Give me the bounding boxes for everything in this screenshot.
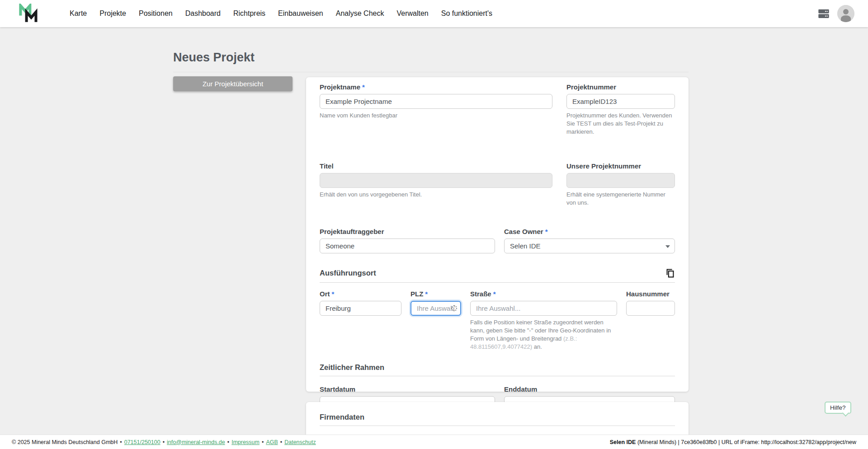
nav-item-projekte[interactable]: Projekte [93, 9, 132, 18]
back-to-project-overview-button[interactable]: Zur Projektübersicht [173, 76, 292, 91]
nav-item-analyse-check[interactable]: Analyse Check [330, 9, 391, 18]
copy-icon[interactable] [665, 268, 675, 278]
project-form-card: Projektname* Name vom Kunden festlegbar … [306, 77, 689, 392]
ort-label: Ort* [320, 290, 401, 298]
page-footer: © 2025 Mineral Minds Deutschland GmbH • … [0, 435, 868, 449]
firmendaten-heading: Firmendaten [320, 413, 364, 421]
page-title: Neues Projekt [173, 51, 689, 72]
ausfuehrungsort-section: Ausführungsort Ort* [320, 268, 675, 351]
top-navbar: Karte Projekte Positionen Dashboard Rich… [0, 0, 868, 27]
unsere-projektnummer-helper: Erhält eine systemgenerierte Nummer von … [566, 191, 675, 207]
projektauftraggeber-input[interactable] [320, 239, 495, 253]
nav-item-verwalten[interactable]: Verwalten [390, 9, 434, 18]
double-m-logo-icon [18, 4, 39, 23]
case-owner-selected-value: Selen IDE [510, 242, 541, 250]
firmendaten-card: Firmendaten [306, 402, 689, 435]
server-icon[interactable] [817, 7, 830, 20]
case-owner-select[interactable]: Selen IDE [504, 239, 675, 253]
navbar-right [817, 5, 854, 22]
nav-item-positionen[interactable]: Positionen [132, 9, 179, 18]
projektnummer-label: Projektnummer [566, 83, 675, 91]
help-button[interactable]: Hilfe? [825, 402, 851, 414]
nav-item-karte[interactable]: Karte [63, 9, 93, 18]
footer-phone-link[interactable]: 07151/250100 [124, 439, 160, 445]
chevron-down-icon [665, 245, 670, 248]
user-avatar-icon[interactable] [837, 5, 854, 22]
projektnummer-input[interactable] [566, 94, 675, 109]
footer-session-info: Selen IDE (Mineral Minds) | 7ce360e83fb0… [610, 439, 856, 445]
footer-user-name: Selen IDE [610, 439, 636, 445]
zeitlicher-rahmen-heading: Zeitlicher Rahmen [320, 363, 384, 372]
required-marker: * [362, 83, 365, 91]
required-marker: * [332, 290, 335, 298]
projektname-label: Projektname* [320, 83, 552, 91]
required-marker: * [493, 290, 496, 298]
titel-input [320, 173, 552, 188]
projektauftraggeber-label: Projektauftraggeber [320, 228, 495, 235]
nav-item-dashboard[interactable]: Dashboard [179, 9, 227, 18]
strasse-label: Straße* [470, 290, 617, 298]
strasse-helper: Falls die Position keiner Straße zugeord… [470, 318, 617, 351]
projektnummer-helper: Projektnummer des Kunden. Verwenden Sie … [566, 112, 675, 136]
main-nav: Karte Projekte Positionen Dashboard Rich… [63, 9, 499, 18]
projektname-helper: Name vom Kunden festlegbar [320, 112, 552, 120]
footer-left: © 2025 Mineral Minds Deutschland GmbH • … [12, 439, 316, 445]
footer-email-link[interactable]: info@mineral-minds.de [167, 439, 225, 445]
hausnummer-input[interactable] [626, 301, 675, 316]
case-owner-label: Case Owner* [504, 228, 675, 235]
nav-item-so-funktionierts[interactable]: So funktioniert's [435, 9, 499, 18]
unsere-projektnummer-label: Unsere Projektnummer [566, 162, 675, 170]
hausnummer-label: Hausnummer [626, 290, 675, 298]
titel-label: Titel [320, 162, 552, 170]
projektname-input[interactable] [320, 94, 552, 109]
unsere-projektnummer-input [566, 173, 675, 188]
ausfuehrungsort-heading: Ausführungsort [320, 269, 376, 277]
footer-session-details: (Mineral Minds) | 7ce360e83fb0 | URL of … [636, 439, 856, 445]
required-marker: * [545, 228, 548, 235]
strasse-input[interactable] [470, 301, 617, 316]
plz-label: PLZ* [410, 290, 461, 298]
footer-impressum-link[interactable]: Impressum [231, 439, 259, 445]
footer-datenschutz-link[interactable]: Datenschutz [284, 439, 316, 445]
loading-spinner-icon [451, 305, 457, 311]
footer-agb-link[interactable]: AGB [266, 439, 278, 445]
required-marker: * [425, 290, 428, 298]
titel-helper: Erhält den von uns vorgegebenen Titel. [320, 191, 552, 199]
enddatum-label: Enddatum [504, 385, 675, 393]
startdatum-label: Startdatum [320, 385, 495, 393]
mineral-minds-logo[interactable] [18, 4, 40, 23]
footer-copyright: © 2025 Mineral Minds Deutschland GmbH [12, 439, 118, 445]
nav-item-richtpreis[interactable]: Richtpreis [227, 9, 272, 18]
nav-item-einbauweisen[interactable]: Einbauweisen [272, 9, 330, 18]
main-content: Neues Projekt Zur Projektübersicht Proje… [0, 27, 868, 435]
ort-input[interactable] [320, 301, 401, 316]
